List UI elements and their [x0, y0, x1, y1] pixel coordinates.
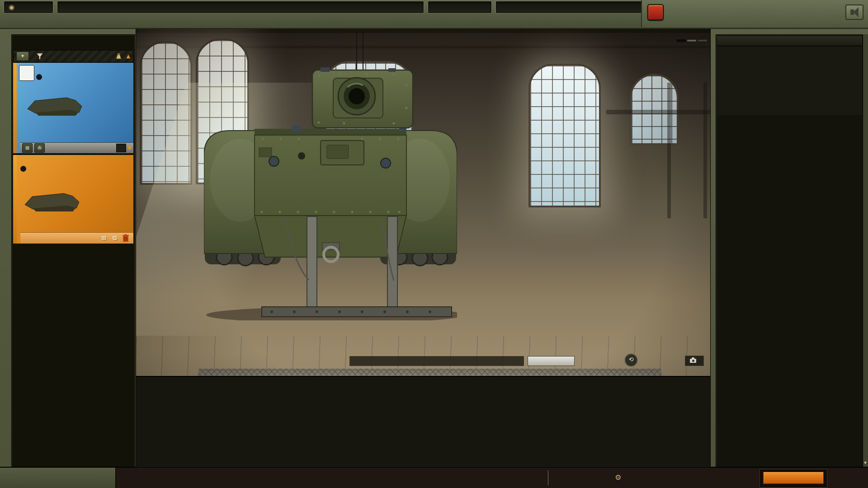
- design-cost: ⚙: [615, 473, 624, 482]
- sort-direction-button[interactable]: ▲: [127, 53, 130, 59]
- funnel-icon[interactable]: [36, 53, 43, 60]
- card-accent-strip: [13, 63, 17, 153]
- resources-group: [57, 1, 424, 14]
- design-attributes-panel: [716, 34, 863, 468]
- add-component-icon[interactable]: ⊞: [22, 143, 33, 153]
- bottom-bar-left: [0, 468, 116, 488]
- hull-thumbnail: [22, 190, 81, 214]
- variant-year-line: [20, 166, 31, 172]
- main-area: ▼ ▲: [0, 28, 868, 468]
- loadout-panel: [136, 376, 710, 467]
- hull-thumbnail: [25, 94, 84, 118]
- attribute-tabs: [717, 118, 862, 130]
- tank-viewport[interactable]: ⟲: [136, 28, 711, 468]
- design-series-card[interactable]: ⊞ ✇ ▼: [13, 63, 133, 153]
- series-card-title: [36, 66, 38, 73]
- tier-badge: [19, 65, 34, 81]
- design-name-bar: [349, 356, 575, 366]
- create-count-box[interactable]: [116, 144, 126, 152]
- designs-tabs: [13, 38, 133, 49]
- catwalk: [606, 110, 710, 114]
- turret: [312, 67, 413, 128]
- current-date: [751, 3, 842, 4]
- tank-role-label: [677, 39, 686, 42]
- panel-title: [717, 36, 862, 46]
- tank-supply-counter: [428, 1, 492, 14]
- duplicate-icon[interactable]: ⧉: [111, 234, 119, 242]
- money-counter: ◉: [4, 1, 53, 14]
- hangar-window: [528, 64, 601, 207]
- time-panel: [641, 0, 868, 27]
- tank-model[interactable]: [204, 67, 457, 320]
- loadout-tabs: [169, 378, 701, 391]
- series-year-line: [36, 74, 47, 80]
- pause-button[interactable]: [647, 4, 664, 20]
- bottom-bar: ⚙: [0, 467, 868, 488]
- info-icon: [36, 74, 42, 80]
- rotate-camera-button[interactable]: ⟲: [624, 353, 638, 367]
- coins-icon: ◉: [9, 4, 14, 11]
- save-button[interactable]: [528, 356, 575, 366]
- scroll-down-icon: ▼: [864, 461, 867, 465]
- speaker-icon: [850, 9, 854, 15]
- tank-role-clear-button[interactable]: [698, 39, 708, 42]
- ceiling-beam: [136, 28, 710, 33]
- filter-collapse-button[interactable]: ▼: [16, 52, 29, 61]
- resource-row: ◉: [4, 1, 703, 14]
- card-accent-strip: [13, 155, 17, 244]
- series-card-body: ⊞ ✇ ▼: [17, 63, 133, 153]
- designs-panel: ▼ ▲: [11, 34, 135, 468]
- staff-group: [495, 1, 655, 14]
- test-drive-button[interactable]: [763, 472, 824, 484]
- filter-row: ▼ ▲: [13, 50, 133, 62]
- catwalk-post: [703, 83, 707, 218]
- design-name-input[interactable]: [349, 356, 524, 366]
- gear-icon: ⚙: [615, 473, 621, 482]
- top-bar: ◉: [0, 0, 868, 29]
- panel-scrollbar[interactable]: ▼: [863, 34, 868, 468]
- catwalk-post: [667, 83, 671, 218]
- sound-button[interactable]: [845, 5, 863, 20]
- hangar-window: [630, 74, 679, 145]
- design-variant-card[interactable]: ⊞ ⧉: [13, 155, 133, 244]
- variant-card-body: ⊞ ⧉: [17, 155, 133, 244]
- tank-role-controls: [677, 39, 708, 42]
- switch-camera-button[interactable]: [685, 356, 704, 366]
- info-icon: [20, 166, 26, 172]
- screenshot-icon[interactable]: ✇: [34, 143, 45, 153]
- tank-role-select-button[interactable]: [687, 39, 697, 42]
- camera-icon: [690, 359, 696, 363]
- test-drive-frame: [760, 469, 827, 488]
- attribute-list: [717, 131, 862, 466]
- delete-icon[interactable]: [122, 234, 130, 242]
- count-dropdown-icon[interactable]: ▼: [127, 145, 131, 150]
- app-root: ◉ ▼: [0, 0, 868, 488]
- weight-icon[interactable]: [115, 53, 122, 60]
- gauge-block: [717, 47, 862, 115]
- add-component-icon[interactable]: ⊞: [100, 234, 108, 242]
- variant-status-bar: ⊞ ⧉: [20, 232, 133, 244]
- divider: [548, 470, 548, 485]
- create-component-button[interactable]: ⊞ ✇ ▼: [20, 142, 133, 153]
